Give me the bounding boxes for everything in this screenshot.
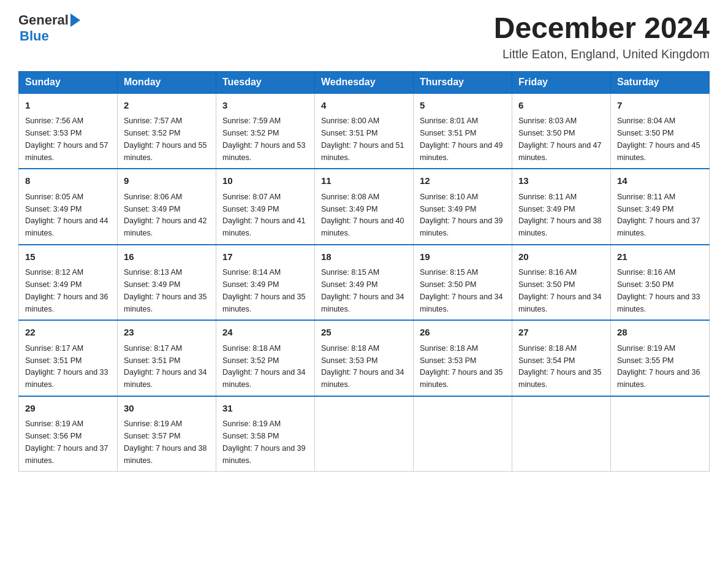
calendar-cell: 24 Sunrise: 8:18 AMSunset: 3:52 PMDaylig…	[216, 320, 315, 396]
day-info: Sunrise: 8:15 AMSunset: 3:50 PMDaylight:…	[420, 268, 503, 313]
day-number: 25	[321, 326, 407, 340]
day-info: Sunrise: 8:12 AMSunset: 3:49 PMDaylight:…	[25, 268, 108, 313]
title-block: December 2024 Little Eaton, England, Uni…	[494, 12, 710, 61]
day-number: 18	[321, 250, 407, 264]
calendar-cell: 8 Sunrise: 8:05 AMSunset: 3:49 PMDayligh…	[19, 169, 118, 245]
calendar-cell: 31 Sunrise: 8:19 AMSunset: 3:58 PMDaylig…	[216, 396, 315, 472]
day-number: 20	[518, 250, 604, 264]
calendar-cell: 7 Sunrise: 8:04 AMSunset: 3:50 PMDayligh…	[611, 93, 710, 169]
calendar-cell: 12 Sunrise: 8:10 AMSunset: 3:49 PMDaylig…	[414, 169, 512, 245]
calendar-cell: 3 Sunrise: 7:59 AMSunset: 3:52 PMDayligh…	[216, 93, 315, 169]
col-friday: Friday	[512, 71, 611, 93]
day-number: 11	[321, 174, 407, 188]
day-number: 10	[222, 174, 308, 188]
day-number: 2	[124, 99, 210, 113]
day-number: 31	[222, 402, 308, 416]
calendar-week-4: 22 Sunrise: 8:17 AMSunset: 3:51 PMDaylig…	[19, 320, 710, 396]
calendar-cell: 10 Sunrise: 8:07 AMSunset: 3:49 PMDaylig…	[216, 169, 315, 245]
calendar-cell: 13 Sunrise: 8:11 AMSunset: 3:49 PMDaylig…	[512, 169, 611, 245]
day-info: Sunrise: 7:59 AMSunset: 3:52 PMDaylight:…	[222, 117, 306, 161]
calendar-week-2: 8 Sunrise: 8:05 AMSunset: 3:49 PMDayligh…	[19, 169, 710, 245]
calendar-cell	[414, 396, 512, 472]
day-info: Sunrise: 8:01 AMSunset: 3:51 PMDaylight:…	[420, 117, 503, 161]
calendar-cell: 21 Sunrise: 8:16 AMSunset: 3:50 PMDaylig…	[611, 245, 710, 321]
day-info: Sunrise: 8:18 AMSunset: 3:52 PMDaylight:…	[222, 344, 306, 389]
day-info: Sunrise: 8:19 AMSunset: 3:58 PMDaylight:…	[222, 419, 306, 464]
logo: General Blue	[18, 12, 80, 44]
calendar-cell: 1 Sunrise: 7:56 AMSunset: 3:53 PMDayligh…	[19, 93, 118, 169]
day-number: 24	[222, 326, 308, 340]
day-number: 4	[321, 99, 407, 113]
calendar-cell: 2 Sunrise: 7:57 AMSunset: 3:52 PMDayligh…	[118, 93, 216, 169]
calendar-week-1: 1 Sunrise: 7:56 AMSunset: 3:53 PMDayligh…	[19, 93, 710, 169]
calendar-table: Sunday Monday Tuesday Wednesday Thursday…	[18, 71, 710, 472]
day-info: Sunrise: 8:06 AMSunset: 3:49 PMDaylight:…	[124, 193, 207, 237]
day-number: 7	[617, 99, 703, 113]
calendar-cell: 19 Sunrise: 8:15 AMSunset: 3:50 PMDaylig…	[414, 245, 512, 321]
day-number: 1	[25, 99, 111, 113]
day-info: Sunrise: 8:00 AMSunset: 3:51 PMDaylight:…	[321, 117, 404, 161]
day-number: 26	[420, 326, 506, 340]
calendar-cell: 17 Sunrise: 8:14 AMSunset: 3:49 PMDaylig…	[216, 245, 315, 321]
day-info: Sunrise: 8:19 AMSunset: 3:57 PMDaylight:…	[124, 419, 207, 464]
calendar-cell: 29 Sunrise: 8:19 AMSunset: 3:56 PMDaylig…	[19, 396, 118, 472]
day-info: Sunrise: 8:07 AMSunset: 3:49 PMDaylight:…	[222, 193, 306, 237]
day-info: Sunrise: 7:56 AMSunset: 3:53 PMDaylight:…	[25, 117, 108, 161]
day-number: 15	[25, 250, 111, 264]
calendar-cell	[611, 396, 710, 472]
calendar-header-row: Sunday Monday Tuesday Wednesday Thursday…	[19, 71, 710, 93]
day-number: 3	[222, 99, 308, 113]
calendar-cell: 6 Sunrise: 8:03 AMSunset: 3:50 PMDayligh…	[512, 93, 611, 169]
calendar-cell: 18 Sunrise: 8:15 AMSunset: 3:49 PMDaylig…	[315, 245, 414, 321]
day-number: 13	[518, 174, 604, 188]
day-number: 19	[420, 250, 506, 264]
day-info: Sunrise: 8:13 AMSunset: 3:49 PMDaylight:…	[124, 268, 207, 313]
calendar-week-5: 29 Sunrise: 8:19 AMSunset: 3:56 PMDaylig…	[19, 396, 710, 472]
day-info: Sunrise: 8:11 AMSunset: 3:49 PMDaylight:…	[617, 193, 700, 237]
day-info: Sunrise: 8:03 AMSunset: 3:50 PMDaylight:…	[518, 117, 602, 161]
day-info: Sunrise: 8:05 AMSunset: 3:49 PMDaylight:…	[25, 193, 108, 237]
col-tuesday: Tuesday	[216, 71, 315, 93]
calendar-cell: 16 Sunrise: 8:13 AMSunset: 3:49 PMDaylig…	[118, 245, 216, 321]
calendar-cell: 28 Sunrise: 8:19 AMSunset: 3:55 PMDaylig…	[611, 320, 710, 396]
day-info: Sunrise: 8:08 AMSunset: 3:49 PMDaylight:…	[321, 193, 404, 237]
day-number: 16	[124, 250, 210, 264]
calendar-cell: 5 Sunrise: 8:01 AMSunset: 3:51 PMDayligh…	[414, 93, 512, 169]
calendar-week-3: 15 Sunrise: 8:12 AMSunset: 3:49 PMDaylig…	[19, 245, 710, 321]
col-sunday: Sunday	[19, 71, 118, 93]
calendar-cell: 22 Sunrise: 8:17 AMSunset: 3:51 PMDaylig…	[19, 320, 118, 396]
day-info: Sunrise: 8:19 AMSunset: 3:56 PMDaylight:…	[25, 419, 108, 464]
day-number: 9	[124, 174, 210, 188]
calendar-cell: 25 Sunrise: 8:18 AMSunset: 3:53 PMDaylig…	[315, 320, 414, 396]
calendar-cell: 20 Sunrise: 8:16 AMSunset: 3:50 PMDaylig…	[512, 245, 611, 321]
day-info: Sunrise: 8:18 AMSunset: 3:53 PMDaylight:…	[420, 344, 503, 389]
day-number: 8	[25, 174, 111, 188]
calendar-cell: 26 Sunrise: 8:18 AMSunset: 3:53 PMDaylig…	[414, 320, 512, 396]
calendar-cell: 4 Sunrise: 8:00 AMSunset: 3:51 PMDayligh…	[315, 93, 414, 169]
day-info: Sunrise: 8:04 AMSunset: 3:50 PMDaylight:…	[617, 117, 700, 161]
calendar-cell: 11 Sunrise: 8:08 AMSunset: 3:49 PMDaylig…	[315, 169, 414, 245]
month-title: December 2024	[494, 12, 710, 45]
logo-general-text: General	[18, 12, 69, 28]
calendar-cell: 14 Sunrise: 8:11 AMSunset: 3:49 PMDaylig…	[611, 169, 710, 245]
col-saturday: Saturday	[611, 71, 710, 93]
day-info: Sunrise: 8:17 AMSunset: 3:51 PMDaylight:…	[124, 344, 207, 389]
page-header: General Blue December 2024 Little Eaton,…	[18, 12, 710, 61]
day-info: Sunrise: 8:19 AMSunset: 3:55 PMDaylight:…	[617, 344, 700, 389]
day-number: 17	[222, 250, 308, 264]
col-thursday: Thursday	[414, 71, 512, 93]
day-number: 29	[25, 402, 111, 416]
col-monday: Monday	[118, 71, 216, 93]
day-info: Sunrise: 8:15 AMSunset: 3:49 PMDaylight:…	[321, 268, 404, 313]
day-info: Sunrise: 8:18 AMSunset: 3:53 PMDaylight:…	[321, 344, 404, 389]
calendar-cell: 23 Sunrise: 8:17 AMSunset: 3:51 PMDaylig…	[118, 320, 216, 396]
day-number: 6	[518, 99, 604, 113]
day-number: 27	[518, 326, 604, 340]
day-info: Sunrise: 8:10 AMSunset: 3:49 PMDaylight:…	[420, 193, 503, 237]
day-info: Sunrise: 8:18 AMSunset: 3:54 PMDaylight:…	[518, 344, 602, 389]
calendar-cell: 15 Sunrise: 8:12 AMSunset: 3:49 PMDaylig…	[19, 245, 118, 321]
col-wednesday: Wednesday	[315, 71, 414, 93]
day-number: 21	[617, 250, 703, 264]
calendar-cell: 9 Sunrise: 8:06 AMSunset: 3:49 PMDayligh…	[118, 169, 216, 245]
calendar-cell: 30 Sunrise: 8:19 AMSunset: 3:57 PMDaylig…	[118, 396, 216, 472]
